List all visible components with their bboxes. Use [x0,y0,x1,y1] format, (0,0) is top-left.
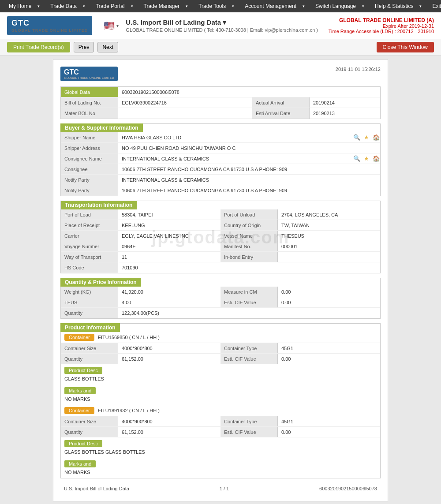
container1-marks-section: Marks and NO MARKS [61,385,380,405]
container2-size-label: Container Size [61,416,118,426]
chevron-down-icon: ▾ [35,4,42,8]
shipper-address-row: Shipper Address NO 49 PUU CHIEN ROAD HSI… [61,143,380,153]
container1-size-row: Container Size 4000*900*800 Container Ty… [61,343,380,354]
nav-my-home[interactable]: My Home ▾ [4,0,45,12]
weight-kg-value: 41,920.00 [118,287,220,297]
next-button[interactable]: Next [97,42,118,52]
home-icon[interactable]: 🏠 [372,134,380,142]
nav-switch-language[interactable]: Switch Language ▾ [310,0,370,12]
doc-footer-id: 60032019021500006l5078 [319,486,377,491]
home-icon[interactable]: 🏠 [372,155,380,163]
in-bond-entry-label: In-bond Entry [220,252,278,262]
nav-account-management[interactable]: Account Management ▾ [239,0,310,12]
chevron-down-icon: ▾ [128,4,136,8]
notify-party-row: Notify Party INTERNATIONAL GLASS & CERAM… [61,175,380,185]
consignee-name-value: INTERNATIONAL GLASS & CERAMICS [118,153,350,164]
nav-help-statistics[interactable]: Help & Statistics ▾ [370,0,427,12]
teus-value: 4.00 [118,297,220,307]
notify-party-value: INTERNATIONAL GLASS & CERAMICS [118,175,380,185]
voyage-number-label: Voyage Number [61,241,118,251]
global-data-section: Global Data 60032019021500006l5078 Bill … [60,86,381,119]
actual-arrival-value: 20190214 [310,97,380,108]
esti-arrival-label: Esti Arrival Date [252,108,310,119]
notify-party2-value: 10606 7TH STREET RANCHO CUCAMONGA CA 917… [118,185,380,196]
port-of-unload-label: Port of Unload [220,209,278,220]
star-icon[interactable]: ★ [363,134,370,142]
container2-row: Container EITU1891932 ( CN / L / HH ) [61,405,380,416]
master-bol-value [118,108,252,119]
voyage-row: Voyage Number 0964E Manifest No. 000001 [61,241,380,252]
hs-code-label: HS Code [61,262,118,273]
container1-label: Container [64,334,94,341]
product-desc-label: Product Desc [64,367,102,374]
container2-label: Container [64,407,94,414]
chevron-down-icon: ▾ [359,4,367,8]
buyer-supplier-title: Buyer & Supplier Information [61,124,380,132]
account-company: GLOBAL TRADE ONLINE LIMITED (A) [329,17,434,23]
esti-cif-label: Esti. CIF Value [220,297,278,307]
star-icon[interactable]: ★ [363,155,370,163]
notify-party2-label: Notify Party [61,185,118,196]
top-navigation: My Home ▾ Trade Data ▾ Trade Portal ▾ Tr… [0,0,441,12]
quantity-price-section: Quantity & Price Information Weight (KG)… [60,278,381,319]
doc-timestamp: 2019-11-01 15:26:12 [336,67,381,72]
shipper-address-value: NO 49 PUU CHIEN ROAD HSINCHU TAIWANR O C [118,143,380,153]
flag-icon: 🇺🇸 [104,20,115,31]
nav-trade-portal[interactable]: Trade Portal ▾ [90,0,138,12]
country-of-origin-label: Country of Origin [220,220,278,230]
place-receipt-row: Place of Receipt KEELUNG Country of Orig… [61,220,380,231]
logo: GTC GLOBAL TRADE ONLINE LIMITED [7,16,92,35]
product-desc-label2: Product Desc [64,440,102,447]
container2-marks-section: Marks and NO MARKS [61,458,380,478]
doc-footer-page: 1 / 1 [220,486,229,491]
bol-number-row: Bill of Lading No. EGLV003900224716 Actu… [61,97,380,108]
chevron-down-icon: ▾ [300,4,307,8]
nav-trade-data[interactable]: Trade Data ▾ [45,0,90,12]
container2-qty-value: 61,152.00 [118,427,220,437]
nav-exit[interactable]: Exit [427,0,441,12]
nav-trade-tools[interactable]: Trade Tools ▾ [193,0,239,12]
port-of-load-value: 58304, TAIPEI [118,209,220,220]
marks-label2: Marks and [64,460,96,467]
container1-value: EITU1569850 ( CN / L / HH ) [98,335,377,340]
shipper-name-label: Shipper Name [61,132,118,142]
close-window-button[interactable]: Close This Window [377,42,434,52]
nav-trade-manager[interactable]: Trade Manager ▾ [138,0,194,12]
container2-type-value: 45G1 [278,416,380,426]
search-icon[interactable]: 🔍 [353,134,361,142]
hs-code-value: 701090 [118,262,380,273]
consignee-icons: 🔍 ★ 🏠 [353,153,380,164]
bol-number-label: Bill of Lading No. [61,97,118,108]
doc-footer-title: U.S. Import Bill of Lading Data [64,486,129,491]
prev-button[interactable]: Prev [74,42,94,52]
consignee-value: 10606 7TH STREET RANCHO CUCAMONGA CA 917… [118,164,380,174]
actual-arrival-label: Actual Arrival [252,97,310,108]
container1-row: Container EITU1569850 ( CN / L / HH ) [61,332,380,343]
way-of-transport-label: Way of Transport [61,252,118,262]
container1-type-value: 45G1 [278,343,380,353]
account-info: GLOBAL TRADE ONLINE LIMITED (A) Expire A… [329,17,434,34]
shipper-name-row: Shipper Name HWA HSIA GLASS CO LTD 🔍 ★ 🏠 [61,132,380,143]
title-area: U.S. Import Bill of Lading Data ▾ GLOBAL… [126,19,328,33]
transportation-section: jp.gtodata.com Transportation Informatio… [60,201,381,273]
container1-size-label: Container Size [61,343,118,353]
doc-logo-box: GTC GLOBAL TRADE ONLINE LIMITED [60,67,118,81]
container2-marks: NO MARKS [61,468,380,476]
country-of-origin-value: TW, TAIWAN [278,220,380,230]
page-title: U.S. Import Bill of Lading Data ▾ [126,19,328,26]
search-icon[interactable]: 🔍 [353,155,361,163]
print-button[interactable]: Print Trade Record(s) [7,42,70,52]
transportation-title: Transportation Information [61,201,380,209]
container2-cif-label: Esti. CIF Value [220,427,278,437]
master-bol-label: Mater BOL No. [61,108,118,119]
container1-cif-value: 0.00 [278,354,380,364]
port-of-unload-value: 2704, LOS ANGELES, CA [278,209,380,220]
top-toolbar: Print Trade Record(s) Prev Next Close Th… [0,39,441,56]
chevron-down-icon: ▾ [229,4,237,8]
container2-size-row: Container Size 4000*900*800 Container Ty… [61,416,380,427]
chevron-down-icon: ▾ [183,4,191,8]
way-of-transport-row: Way of Transport 11 In-bond Entry [61,252,380,262]
doc-logo: GTC GLOBAL TRADE ONLINE LIMITED [60,67,118,81]
bol-number-value: EGLV003900224716 [118,97,252,108]
container2-qty-label: Quantity [61,427,118,437]
